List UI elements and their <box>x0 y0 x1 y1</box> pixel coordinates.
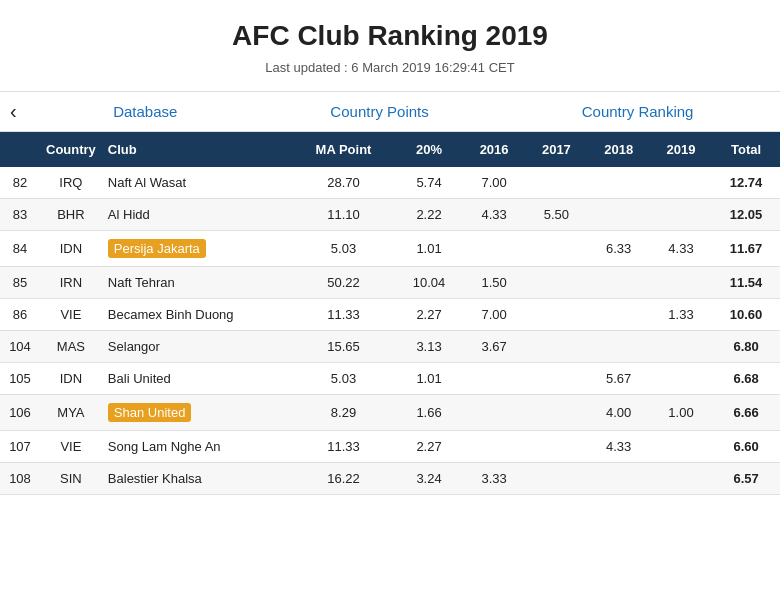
cell-rank: 83 <box>0 199 40 231</box>
cell-ma-point: 11.33 <box>292 299 395 331</box>
cell-country: IRQ <box>40 167 102 199</box>
table-row: 86VIEBecamex Binh Duong11.332.277.001.33… <box>0 299 780 331</box>
cell-y2019: 4.33 <box>650 231 712 267</box>
cell-rank: 105 <box>0 363 40 395</box>
cell-club: Persija Jakarta <box>102 231 292 267</box>
cell-ma-point: 50.22 <box>292 267 395 299</box>
cell-total: 11.67 <box>712 231 780 267</box>
cell-y2019 <box>650 431 712 463</box>
cell-y2019 <box>650 363 712 395</box>
cell-y2016 <box>463 231 525 267</box>
cell-pct20: 2.27 <box>395 299 463 331</box>
last-updated: Last updated : 6 March 2019 16:29:41 CET <box>0 60 780 91</box>
cell-country: VIE <box>40 431 102 463</box>
cell-pct20: 10.04 <box>395 267 463 299</box>
cell-rank: 108 <box>0 463 40 495</box>
cell-club: Becamex Binh Duong <box>102 299 292 331</box>
cell-pct20: 5.74 <box>395 167 463 199</box>
cell-country: BHR <box>40 199 102 231</box>
cell-rank: 106 <box>0 395 40 431</box>
table-row: 83BHRAl Hidd11.102.224.335.5012.05 <box>0 199 780 231</box>
page-title: AFC Club Ranking 2019 <box>0 0 780 60</box>
cell-y2016 <box>463 431 525 463</box>
cell-y2017 <box>525 167 587 199</box>
cell-total: 12.05 <box>712 199 780 231</box>
cell-ma-point: 11.33 <box>292 431 395 463</box>
back-button[interactable]: ‹ <box>10 100 17 123</box>
cell-country: IDN <box>40 231 102 267</box>
nav-bar: ‹ Database Country Points Country Rankin… <box>0 91 780 132</box>
cell-total: 11.54 <box>712 267 780 299</box>
cell-y2018 <box>588 331 650 363</box>
cell-club: Naft Al Wasat <box>102 167 292 199</box>
cell-pct20: 1.01 <box>395 363 463 395</box>
cell-y2018: 5.67 <box>588 363 650 395</box>
col-ma-point: MA Point <box>292 132 395 167</box>
table-header-row: Country Club MA Point 20% 2016 2017 2018… <box>0 132 780 167</box>
table-row: 107VIESong Lam Nghe An11.332.274.336.60 <box>0 431 780 463</box>
cell-rank: 104 <box>0 331 40 363</box>
col-2018: 2018 <box>588 132 650 167</box>
cell-y2017 <box>525 299 587 331</box>
cell-pct20: 3.24 <box>395 463 463 495</box>
cell-y2018: 6.33 <box>588 231 650 267</box>
nav-links: Database Country Points Country Ranking <box>37 103 770 120</box>
cell-y2017 <box>525 231 587 267</box>
nav-link-country-ranking[interactable]: Country Ranking <box>582 103 694 120</box>
cell-ma-point: 28.70 <box>292 167 395 199</box>
table-row: 106MYAShan United8.291.664.001.006.66 <box>0 395 780 431</box>
cell-y2017 <box>525 267 587 299</box>
cell-y2016: 3.33 <box>463 463 525 495</box>
cell-y2018 <box>588 267 650 299</box>
cell-rank: 86 <box>0 299 40 331</box>
cell-total: 6.80 <box>712 331 780 363</box>
cell-y2016: 7.00 <box>463 167 525 199</box>
cell-country: IRN <box>40 267 102 299</box>
table-row: 82IRQNaft Al Wasat28.705.747.0012.74 <box>0 167 780 199</box>
cell-y2016 <box>463 395 525 431</box>
nav-link-database[interactable]: Database <box>113 103 177 120</box>
col-2016: 2016 <box>463 132 525 167</box>
cell-y2016 <box>463 363 525 395</box>
cell-ma-point: 8.29 <box>292 395 395 431</box>
cell-total: 6.66 <box>712 395 780 431</box>
cell-club: Bali United <box>102 363 292 395</box>
table-row: 84IDNPersija Jakarta5.031.016.334.3311.6… <box>0 231 780 267</box>
cell-y2017: 5.50 <box>525 199 587 231</box>
cell-club: Shan United <box>102 395 292 431</box>
cell-pct20: 1.66 <box>395 395 463 431</box>
cell-rank: 85 <box>0 267 40 299</box>
cell-y2018: 4.33 <box>588 431 650 463</box>
cell-y2016: 7.00 <box>463 299 525 331</box>
cell-rank: 107 <box>0 431 40 463</box>
cell-ma-point: 15.65 <box>292 331 395 363</box>
cell-total: 6.57 <box>712 463 780 495</box>
cell-total: 6.68 <box>712 363 780 395</box>
col-2019: 2019 <box>650 132 712 167</box>
cell-y2018 <box>588 463 650 495</box>
col-country: Country <box>40 132 102 167</box>
cell-club: Selangor <box>102 331 292 363</box>
cell-club: Naft Tehran <box>102 267 292 299</box>
cell-total: 6.60 <box>712 431 780 463</box>
cell-y2018 <box>588 299 650 331</box>
col-20pct: 20% <box>395 132 463 167</box>
cell-total: 12.74 <box>712 167 780 199</box>
cell-ma-point: 5.03 <box>292 363 395 395</box>
col-total: Total <box>712 132 780 167</box>
nav-link-country-points[interactable]: Country Points <box>330 103 428 120</box>
cell-y2019: 1.00 <box>650 395 712 431</box>
cell-rank: 82 <box>0 167 40 199</box>
cell-club: Al Hidd <box>102 199 292 231</box>
cell-country: VIE <box>40 299 102 331</box>
cell-y2019: 1.33 <box>650 299 712 331</box>
col-club: Club <box>102 132 292 167</box>
cell-ma-point: 5.03 <box>292 231 395 267</box>
col-2017: 2017 <box>525 132 587 167</box>
cell-y2017 <box>525 395 587 431</box>
cell-country: MYA <box>40 395 102 431</box>
cell-country: SIN <box>40 463 102 495</box>
cell-pct20: 2.22 <box>395 199 463 231</box>
cell-rank: 84 <box>0 231 40 267</box>
table-row: 108SINBalestier Khalsa16.223.243.336.57 <box>0 463 780 495</box>
